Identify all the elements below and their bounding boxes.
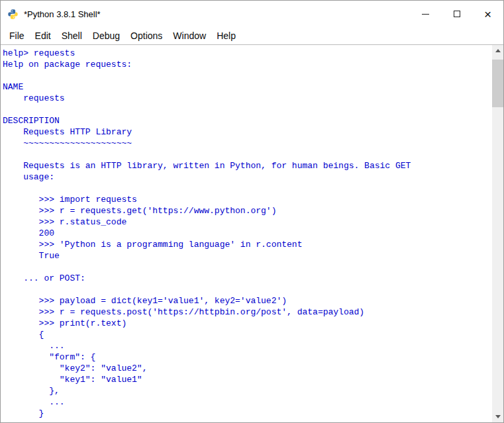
console-line bbox=[3, 183, 492, 194]
python-app-icon bbox=[7, 8, 19, 20]
menu-item-file[interactable]: File bbox=[4, 28, 30, 43]
console-line: Requests is an HTTP library, written in … bbox=[3, 160, 492, 171]
scroll-down-button[interactable] bbox=[492, 411, 503, 422]
minimize-button[interactable] bbox=[410, 1, 441, 27]
console-line: usage: bbox=[3, 171, 492, 183]
vertical-scrollbar[interactable] bbox=[492, 45, 503, 422]
console-line: >>> r = requests.get('https://www.python… bbox=[3, 205, 492, 216]
console-line bbox=[3, 284, 492, 295]
menu-item-options[interactable]: Options bbox=[125, 28, 168, 43]
menubar: FileEditShellDebugOptionsWindowHelp bbox=[1, 27, 503, 45]
window-controls: × bbox=[410, 1, 503, 27]
console-line: DESCRIPTION bbox=[3, 115, 492, 126]
scroll-up-arrow-icon bbox=[495, 49, 501, 52]
console-output[interactable]: help> requestsHelp on package requests: … bbox=[1, 45, 492, 422]
minimize-icon bbox=[422, 14, 429, 15]
console-line: }, bbox=[3, 385, 492, 397]
scroll-up-button[interactable] bbox=[492, 45, 503, 56]
menu-item-edit[interactable]: Edit bbox=[30, 28, 56, 43]
console-line: >>> 'Python is a programming language' i… bbox=[3, 239, 492, 250]
console-line: >>> import requests bbox=[3, 194, 492, 205]
console-line: help> requests bbox=[3, 48, 492, 59]
titlebar[interactable]: *Python 3.8.1 Shell* × bbox=[1, 1, 503, 27]
maximize-icon bbox=[454, 11, 460, 17]
menu-item-debug[interactable]: Debug bbox=[87, 28, 125, 43]
console-line bbox=[3, 261, 492, 273]
console-line: ... bbox=[3, 340, 492, 352]
console-line: "key2": "value2", bbox=[3, 363, 492, 374]
close-button[interactable]: × bbox=[472, 1, 503, 27]
console-line: Help on package requests: bbox=[3, 59, 492, 70]
scrollbar-thumb[interactable] bbox=[492, 60, 503, 107]
console-line: Requests HTTP Library bbox=[3, 126, 492, 138]
python-shell-window: *Python 3.8.1 Shell* × FileEditShellDebu… bbox=[0, 0, 504, 423]
console-line: "form": { bbox=[3, 352, 492, 363]
window-title: *Python 3.8.1 Shell* bbox=[24, 9, 101, 19]
console-line: ... bbox=[3, 397, 492, 408]
console-line bbox=[3, 104, 492, 115]
maximize-button[interactable] bbox=[441, 1, 472, 27]
console-line: True bbox=[3, 250, 492, 261]
console-line bbox=[3, 149, 492, 160]
close-icon: × bbox=[484, 8, 491, 21]
console-line: >>> payload = dict(key1='value1', key2='… bbox=[3, 295, 492, 306]
console-line: >>> r.status_code bbox=[3, 216, 492, 228]
menu-item-window[interactable]: Window bbox=[168, 28, 211, 43]
console-line: >>> print(r.text) bbox=[3, 318, 492, 329]
menu-item-shell[interactable]: Shell bbox=[56, 28, 87, 43]
menu-item-help[interactable]: Help bbox=[211, 28, 241, 43]
console-line: NAME bbox=[3, 81, 492, 93]
console-line: 200 bbox=[3, 228, 492, 239]
console-line: requests bbox=[3, 93, 492, 104]
content-area: help> requestsHelp on package requests: … bbox=[1, 45, 503, 422]
console-line: ~~~~~~~~~~~~~~~~~~~~~ bbox=[3, 138, 492, 149]
console-line: ... or POST: bbox=[3, 273, 492, 284]
console-line: "key1": "value1" bbox=[3, 374, 492, 385]
console-line: >>> r = requests.post('https://httpbin.o… bbox=[3, 306, 492, 318]
console-line: { bbox=[3, 329, 492, 340]
scroll-down-arrow-icon bbox=[495, 415, 501, 418]
console-line: } bbox=[3, 408, 492, 419]
console-line bbox=[3, 70, 492, 81]
